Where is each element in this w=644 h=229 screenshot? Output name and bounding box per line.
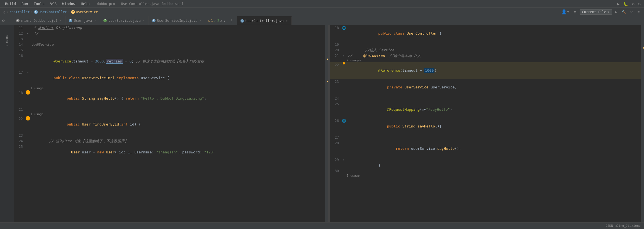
fold-arrow-17[interactable]: ▾ [27,70,29,75]
tab-mxml[interactable]: m m.xml (dubbo-pojo) ✕ [13,16,65,25]
breadcrumb-sep-2: › [31,10,33,14]
right-line-29: 29 ▸ } [330,157,641,168]
right-line-30: 30 [330,168,641,174]
line-num-15: 15 [14,47,25,53]
run-icon[interactable]: ▶ [616,1,621,7]
code-line-22-group: 1 usage 22 ↑ public User findUserById(in… [14,112,325,133]
code-line-24: 24 // 查询User 对象【这里懒惰了，不走数据库】 [14,138,325,144]
tab-userserviceimpl[interactable]: C UserServiceImpl.java ✕ [149,16,206,25]
current-file-dropdown[interactable]: Current File ▾ [580,9,612,15]
code-line-14: 14 //@Service [14,42,325,47]
tab-userservice[interactable]: I UserService.java ✕ [100,16,149,25]
code-line-13: 13 [14,36,325,42]
gutter-dot-22 [343,62,345,64]
line-content-17: public class UserServiceImpl implements … [31,70,325,86]
build-icon[interactable]: ⚙ [631,1,635,7]
line-num-24: 24 [14,138,25,144]
left-code-lines: 11 * @author DingJiaxiong 12 ▸ */ 13 [14,25,325,222]
line-gutter-12: ▸ [25,31,31,36]
right-line-num-18: 18 [330,25,341,31]
menu-item-run[interactable]: Run [19,0,31,8]
tab-usercontroller[interactable]: C UserController.java ✕ [237,16,292,25]
menu-item-help[interactable]: Help [78,0,92,8]
right-scroll-gutter[interactable] [641,25,644,222]
menu-item-build[interactable]: Build [2,0,19,8]
debug-icon[interactable]: 🐛 [622,1,629,7]
usages-18: 1 usage [14,86,325,90]
line-num-11: 11 [14,25,25,31]
right-line-27: 27 [330,135,641,140]
tab-close-userserviceimpl[interactable]: ✕ [199,18,202,23]
right-code-editor[interactable]: 18 🌐 public class UserController { 19 20 [330,25,641,222]
line-num-23: 23 [14,133,25,138]
right-content-28: return userService.sayHello(); [347,140,641,157]
right-line-28: 28 return userService.sayHello(); [330,140,641,157]
tab-user[interactable]: C User.java ✕ [65,16,100,25]
gear-icon[interactable]: ⚙ [1,17,6,24]
play-icon[interactable]: ▶ [614,9,618,15]
right-line-18: 18 🌐 public class UserController { [330,25,641,42]
line-num-17: 17 [14,70,25,75]
right-line-num-26: 26 [330,118,341,124]
breadcrumb-userservice[interactable]: userService [76,10,98,14]
right-usages-22: 2 usages [330,59,641,62]
build2-icon[interactable]: 🔨 [621,9,627,15]
fold-down-icon[interactable]: ∨ [223,19,225,23]
tab-close-usercontroller[interactable]: ✕ [285,19,288,23]
settings-icon[interactable]: ⚙ [573,9,577,15]
right-line-num-23: 23 [330,79,341,85]
right-line-num-22: 22 [330,62,341,68]
tab-icon-usercontroller: C [240,19,244,23]
tab-icon-user: C [69,19,72,22]
line-num-18: 18 [14,90,25,96]
tab-label-userservice: UserService.java [108,19,141,23]
fold-arrow-r21[interactable]: ▸ [343,53,345,59]
up-icon-18: ↑ [26,90,30,95]
right-gutter-21: ▸ [341,53,347,59]
line-content-14: //@Service [31,42,325,47]
menu-item-tools[interactable]: Tools [31,0,47,8]
breadcrumb-usercontroller[interactable]: UserController [39,10,67,14]
toolbar-icons: ▶ 🐛 ⚙ ↻ [616,1,642,7]
line-gutter-18: ↑ [25,90,31,95]
right-content-21: // @Autowired //这个是本地 注入 [347,53,641,59]
tab-close-user[interactable]: ✕ [94,18,96,23]
update-icon[interactable]: ↻ [637,1,642,7]
dropdown-arrow-icon: ▾ [607,10,609,14]
tab-close-mxml[interactable]: ✕ [59,18,62,23]
globe-icon-26: 🌐 [342,118,346,124]
right-content-18: public class UserController { [347,25,641,42]
fold-up-icon[interactable]: ∧ [220,19,222,23]
right-content-29: } [347,157,641,168]
dash-icon[interactable]: — [7,17,11,24]
menu-item-window[interactable]: Window [59,0,78,8]
line-content-18: public String sayHello() { return "Hello… [31,90,325,107]
line-num-16: 16 [14,53,25,59]
line-content-12: */ [31,31,325,36]
line-content-16: @Service(timeout = 3000,retries = 0) // … [31,53,325,70]
breadcrumb-controller[interactable]: controller [9,10,30,14]
left-scroll-gutter[interactable] [325,25,328,222]
right-gutter-18: 🌐 [341,25,347,31]
code-line-18: 18 ↑ public String sayHello() { return "… [14,90,325,107]
sync-icon[interactable]: ⟳ [629,9,634,15]
tab-close-userservice[interactable]: ✕ [142,18,145,23]
scroll-marker-2 [327,81,328,82]
right-content-20: //注入 Service [347,47,641,53]
line-content-11: * @author DingJiaxiong [31,25,325,31]
warning-badges: ⚠ 1 ✓ 3 ∧ ∨ [205,18,227,23]
code-line-15: 15 [14,47,325,53]
menu-item-vcs[interactable]: VCS [47,0,59,8]
left-code-editor[interactable]: 11 * @author DingJiaxiong 12 ▸ */ 13 [14,25,325,222]
fold-arrow-12[interactable]: ▸ [27,31,29,36]
right-line-19: 19 [330,42,641,47]
tabs-overflow-icon[interactable]: ⋮ [228,18,236,23]
config-icon[interactable]: ≡ [636,9,641,15]
person-icon[interactable]: 👤▾ [560,9,571,15]
window-title: dubbo-pro - UserController.java [dubbo-w… [93,2,188,6]
code-line-17: 17 ▾ public class UserServiceImpl implem… [14,70,325,86]
tab-label-mxml: m.xml (dubbo-pojo) [21,19,57,23]
status-text: CSDN @Ding_Jiaxiong [606,224,641,228]
fold-icon-29[interactable]: ▸ [343,157,345,163]
line-num-21e: 21 [14,107,25,112]
